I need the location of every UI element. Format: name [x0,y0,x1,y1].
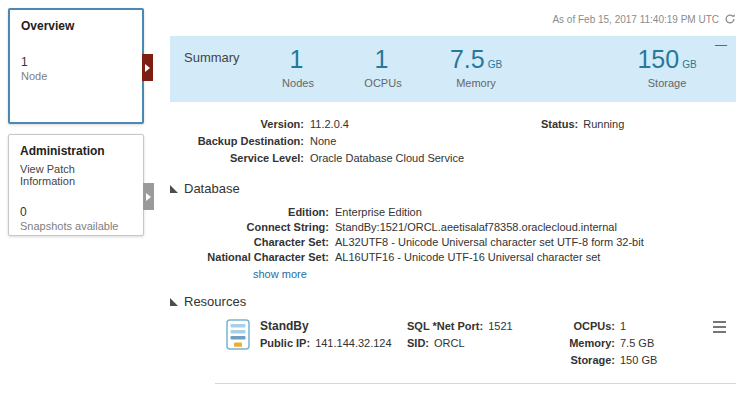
resource-name: StandBy [260,318,407,335]
database-node-icon [226,319,250,352]
resources-section: Resources StandBy Public IP:141.144.32.1… [170,294,736,384]
ocpus-row: OCPUs:1 [565,318,695,335]
character-set-row: Character Set: AL32UTF8 - Unicode Univer… [170,235,736,250]
backup-destination-label: Backup Destination: [170,133,310,150]
sid-row: SID:ORCL [407,335,565,352]
resource-row: StandBy Public IP:141.144.32.124 SQL *Ne… [170,318,736,369]
public-ip-value: 141.144.32.124 [315,337,391,349]
right-triangle-icon [145,64,150,72]
connect-string-label: Connect String: [170,220,335,235]
overview-node-label: Node [21,70,131,82]
sidebar-overview-card[interactable]: Overview 1 Node [8,8,144,124]
sidebar-administration-card: Administration View Patch Information 0 … [8,134,144,236]
resource-capacity-column: OCPUs:1 Memory:7.5 GB Storage:150 GB [565,318,695,369]
status-badge: Running [583,118,624,130]
administration-title: Administration [20,144,132,158]
sql-net-port-value: 1521 [488,320,512,332]
overview-node-count: 1 [21,55,131,69]
summary-panel: Summary 1 Nodes 1 OCPUs 7.5GB Memory 150… [170,36,736,102]
metric-memory: 7.5GB Memory [428,46,524,89]
backup-destination-row: Backup Destination: None [170,133,736,150]
memory-label: Memory [428,77,524,89]
overview-title: Overview [21,19,131,33]
backup-destination-value: None [310,133,336,150]
service-info: Version: 11.2.0.4 Backup Destination: No… [170,116,736,167]
sql-net-port-row: SQL *Net Port:1521 [407,318,565,335]
version-label: Version: [170,116,310,133]
sql-net-port-label: SQL *Net Port: [407,320,483,332]
database-details: Edition: Enterprise Edition Connect Stri… [170,205,736,280]
character-set-value: AL32UTF8 - Unicode Universal character s… [335,235,644,250]
connect-string-value: StandBy:1521/ORCL.aeetisalaf78358.oracle… [335,220,617,235]
edition-row: Edition: Enterprise Edition [170,205,736,220]
status-row: Status:Running [541,116,624,133]
storage-value: 150 [637,45,679,73]
service-level-value: Oracle Database Cloud Service [310,150,464,167]
database-section-header[interactable]: Database [170,181,736,196]
public-ip-row: Public IP:141.144.32.124 [260,335,407,352]
memory-row-label: Memory: [565,335,615,352]
resource-network-column: SQL *Net Port:1521 SID:ORCL [407,318,565,352]
resource-menu-icon[interactable] [713,318,726,336]
as-of-timestamp: As of Feb 15, 2017 11:40:19 PM UTC [552,13,736,25]
memory-unit: GB [488,59,502,70]
summary-metrics: 1 Nodes 1 OCPUs 7.5GB Memory 150GB Stora… [258,46,722,89]
status-label: Status: [541,118,578,130]
database-section: Database Edition: Enterprise Edition Con… [170,181,736,280]
ocpus-label: OCPUs [342,77,424,89]
nodes-value: 1 [290,45,304,73]
administration-expand-arrow[interactable] [143,183,154,210]
national-character-set-value: AL16UTF16 - Unicode UTF-16 Universal cha… [335,250,600,265]
edition-value: Enterprise Edition [335,205,422,220]
bottom-divider [215,383,736,384]
resource-identity-column: StandBy Public IP:141.144.32.124 [260,318,407,352]
sid-value: ORCL [434,337,465,349]
memory-row-value: 7.5 GB [620,337,654,349]
overview-expand-arrow[interactable] [142,54,153,81]
metric-storage: 150GB Storage [612,46,722,89]
storage-label: Storage [612,77,722,89]
ocpus-value: 1 [375,45,389,73]
version-row: Version: 11.2.0.4 [170,116,736,133]
public-ip-label: Public IP: [260,337,310,349]
timestamp-text: As of Feb 15, 2017 11:40:19 PM UTC [552,14,719,25]
storage-row-label: Storage: [565,352,615,369]
expanded-triangle-icon [170,185,178,193]
national-character-set-row: National Character Set: AL16UTF16 - Unic… [170,250,736,265]
ocpus-row-value: 1 [620,320,626,332]
main-content: Summary 1 Nodes 1 OCPUs 7.5GB Memory 150… [170,36,736,384]
collapse-summary-button[interactable]: — [715,38,727,52]
snapshots-count: 0 [20,205,132,219]
refresh-icon[interactable] [724,13,736,25]
storage-unit: GB [682,59,696,70]
service-level-label: Service Level: [170,150,310,167]
memory-row: Memory:7.5 GB [565,335,695,352]
storage-row: Storage:150 GB [565,352,695,369]
version-value: 11.2.0.4 [310,116,349,133]
metric-nodes: 1 Nodes [258,46,338,89]
resources-section-header[interactable]: Resources [170,294,736,309]
right-triangle-icon [146,193,151,201]
connect-string-row: Connect String: StandBy:1521/ORCL.aeetis… [170,220,736,235]
snapshots-label: Snapshots available [20,220,132,232]
summary-title: Summary [184,50,258,65]
sid-label: SID: [407,337,429,349]
service-level-row: Service Level: Oracle Database Cloud Ser… [170,150,736,167]
expanded-triangle-icon [170,298,178,306]
ocpus-row-label: OCPUs: [565,318,615,335]
national-character-set-label: National Character Set: [170,250,335,265]
resources-section-title: Resources [184,294,246,309]
view-patch-information-link[interactable]: View Patch Information [20,163,132,187]
character-set-label: Character Set: [170,235,335,250]
edition-label: Edition: [170,205,335,220]
database-section-title: Database [184,181,240,196]
nodes-label: Nodes [258,77,338,89]
show-more-link[interactable]: show more [253,268,313,280]
metric-ocpus: 1 OCPUs [342,46,424,89]
memory-value: 7.5 [450,45,485,73]
storage-row-value: 150 GB [620,354,657,366]
